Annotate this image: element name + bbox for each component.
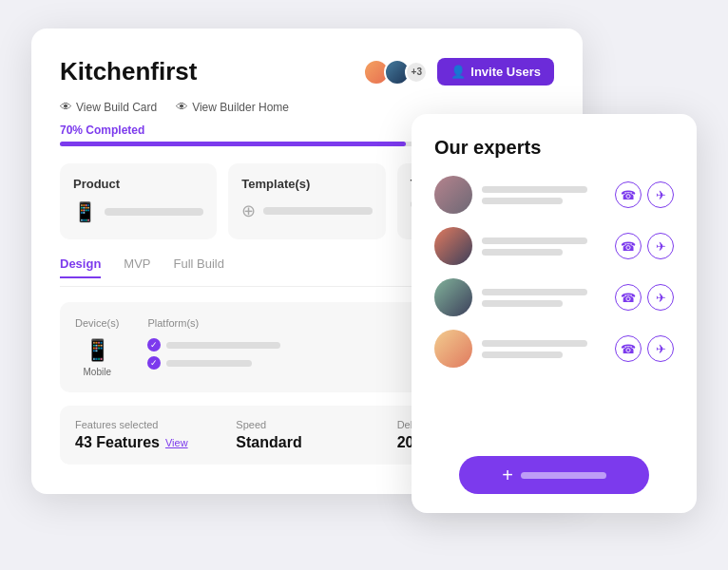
platforms-label: Platform(s) <box>147 317 280 329</box>
expert-item-1: ☎ ✈ <box>434 176 674 214</box>
tab-full-build[interactable]: Full Build <box>174 256 224 278</box>
expert-item-2: ☎ ✈ <box>434 227 674 265</box>
devices-label: Device(s) <box>75 317 119 329</box>
call-button-1[interactable]: ☎ <box>615 181 642 208</box>
check-icon-2: ✓ <box>147 356 161 370</box>
expert-avatar-1 <box>434 176 472 214</box>
platform-row-1: ✓ <box>147 338 280 352</box>
tab-mvp[interactable]: MVP <box>124 256 150 278</box>
expert-name-bar-3 <box>482 289 587 295</box>
expert-list: ☎ ✈ ☎ ✈ <box>434 176 674 368</box>
expert-info-2 <box>482 238 605 256</box>
message-button-3[interactable]: ✈ <box>647 284 674 311</box>
expert-avatar-2 <box>434 227 472 265</box>
add-expert-bar[interactable]: + <box>459 456 649 494</box>
features-stat: Features selected 43 Features View <box>75 419 217 451</box>
speed-label: Speed <box>236 419 377 430</box>
scene: Kitchenfirst +3 👤 Invite Users 👁 View Bu… <box>31 28 697 542</box>
view-build-card-link[interactable]: 👁 View Build Card <box>60 100 157 114</box>
check-icon-1: ✓ <box>147 338 161 352</box>
avatar-count: +3 <box>405 61 428 84</box>
expert-avatar-3 <box>434 278 472 316</box>
platform-bar-2 <box>166 360 252 367</box>
expert-info-1 <box>482 186 605 204</box>
eye-icon-2: 👁 <box>176 100 188 114</box>
tab-design[interactable]: Design <box>60 256 101 278</box>
expert-detail-bar-4 <box>482 352 563 358</box>
expert-item-4: ☎ ✈ <box>434 330 674 368</box>
expert-actions-3: ☎ ✈ <box>615 284 674 311</box>
expert-name-bar-4 <box>482 340 587 347</box>
product-card-content: 📱 <box>73 200 203 223</box>
expert-info-3 <box>482 289 605 307</box>
message-button-4[interactable]: ✈ <box>647 335 674 362</box>
expert-detail-bar-2 <box>482 249 563 256</box>
call-button-2[interactable]: ☎ <box>615 233 642 259</box>
expert-avatar-4 <box>434 330 472 368</box>
platform-row-2: ✓ <box>147 356 280 370</box>
message-button-1[interactable]: ✈ <box>647 181 674 208</box>
device-name: Mobile <box>83 367 110 377</box>
expert-actions-1: ☎ ✈ <box>615 181 674 208</box>
speed-stat: Speed Standard <box>236 419 377 451</box>
layers-icon: ⊕ <box>241 200 256 221</box>
expert-name-bar-1 <box>482 186 587 193</box>
expert-item-3: ☎ ✈ <box>434 278 674 316</box>
experts-title: Our experts <box>434 137 674 159</box>
page-title: Kitchenfirst <box>60 57 197 86</box>
nav-links: 👁 View Build Card 👁 View Builder Home <box>60 100 554 114</box>
header-right: +3 👤 Invite Users <box>363 58 554 86</box>
card-header: Kitchenfirst +3 👤 Invite Users <box>60 57 554 86</box>
mobile-phone-icon: 📱 <box>85 338 110 363</box>
templates-card-title: Template(s) <box>241 177 372 191</box>
templates-placeholder-bar <box>263 207 372 215</box>
add-bar-placeholder <box>521 472 606 479</box>
phone-icon: 📱 <box>73 200 97 223</box>
expert-detail-bar-3 <box>482 300 563 307</box>
progress-bar-fill <box>60 142 406 146</box>
view-builder-home-link[interactable]: 👁 View Builder Home <box>176 100 289 114</box>
devices-col: Device(s) 📱 Mobile <box>75 317 119 377</box>
expert-name-bar-2 <box>482 238 587 244</box>
expert-actions-4: ☎ ✈ <box>615 335 674 362</box>
call-button-3[interactable]: ☎ <box>615 284 642 311</box>
features-value: 43 Features View <box>75 434 217 451</box>
platforms-col: Platform(s) ✓ ✓ <box>147 317 280 377</box>
platform-rows: ✓ ✓ <box>147 338 280 370</box>
invite-users-button[interactable]: 👤 Invite Users <box>437 58 554 86</box>
expert-info-4 <box>482 340 605 358</box>
expert-actions-2: ☎ ✈ <box>615 233 674 259</box>
eye-icon-1: 👁 <box>60 100 72 114</box>
add-icon: + <box>502 465 513 486</box>
platform-bar-1 <box>166 342 280 349</box>
view-features-link[interactable]: View <box>165 437 188 448</box>
call-button-4[interactable]: ☎ <box>615 335 642 362</box>
speed-value: Standard <box>236 434 377 451</box>
features-label: Features selected <box>75 419 217 430</box>
avatar-group: +3 <box>363 59 428 86</box>
expert-detail-bar-1 <box>482 198 563 204</box>
user-plus-icon: 👤 <box>450 65 466 79</box>
templates-card: Template(s) ⊕ <box>228 163 385 239</box>
device-mobile: 📱 Mobile <box>75 338 119 377</box>
invite-button-label: Invite Users <box>470 65 541 79</box>
product-card: Product 📱 <box>60 163 217 239</box>
experts-panel: Our experts ☎ ✈ <box>412 114 697 513</box>
product-card-title: Product <box>73 177 203 191</box>
product-placeholder-bar <box>105 208 203 216</box>
templates-card-content: ⊕ <box>241 200 372 221</box>
message-button-2[interactable]: ✈ <box>647 233 674 259</box>
